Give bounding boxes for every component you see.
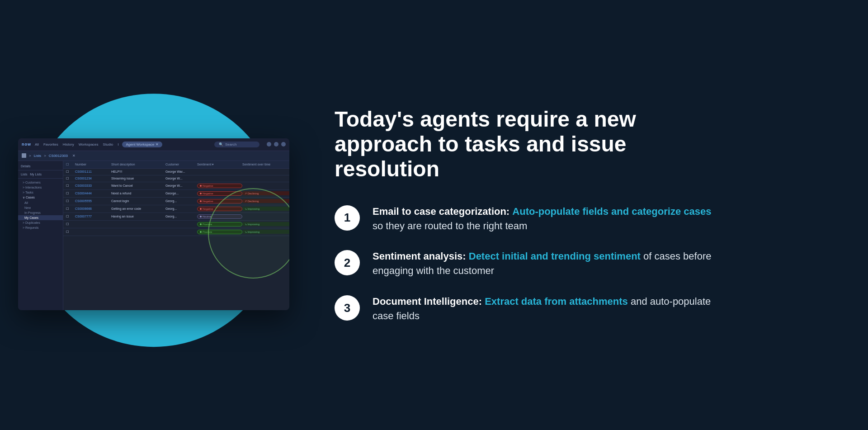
case-description: Cannot login <box>111 199 165 203</box>
case-customer: George W... <box>165 184 197 187</box>
feature-text-3: Document Intelligence: Extract data from… <box>373 294 716 323</box>
sidebar-divider <box>18 170 63 170</box>
case-number[interactable]: CS0004444 <box>75 192 111 195</box>
nav-item-history[interactable]: History <box>63 142 74 146</box>
left-panel: now All Favorites History Workspaces Stu… <box>0 0 307 430</box>
col-sentiment-time[interactable]: Sentiment over time <box>242 163 289 166</box>
case-number[interactable]: CS0003333 <box>75 184 111 187</box>
case-description: Want to Cancel <box>111 184 165 187</box>
sentiment-badge-negative: Negative <box>197 184 242 188</box>
table-row: ☐ CS0001234 Streaming issue George W... … <box>63 175 289 182</box>
table-area: ☐ Number Short description Customer Sent… <box>63 161 289 310</box>
sidebar-item-inprogress[interactable]: In Progress <box>18 210 63 215</box>
nav-item-workspaces[interactable]: Workspaces <box>79 142 99 146</box>
badge-dot <box>200 216 202 217</box>
row-checkbox[interactable]: ☐ <box>66 184 75 188</box>
case-number[interactable]: CS0005555 <box>75 199 111 203</box>
case-customer: George War... <box>165 170 197 173</box>
feature-prefix-3: Document Intelligence: <box>373 296 485 307</box>
badge-dot <box>200 231 202 233</box>
case-number[interactable]: CS0007777 <box>75 215 111 218</box>
sidebar-divider-2 <box>18 178 63 179</box>
feature-suffix-1: so they are routed to the right team <box>373 220 527 232</box>
badge-dot <box>200 223 202 225</box>
nav-item-studio[interactable]: Studio <box>103 142 113 146</box>
case-description: Having an issue <box>111 215 165 218</box>
badge-dot <box>200 185 202 187</box>
row-checkbox[interactable]: ☐ <box>66 207 75 211</box>
feature-prefix-2: Sentiment analysis: <box>373 250 469 262</box>
nav-search-bar[interactable]: 🔍 Search <box>214 142 259 147</box>
breadcrumb-bar: > Lists > CS0012303 ✕ <box>18 151 289 161</box>
case-customer: George W... <box>165 177 197 180</box>
nav-item-more[interactable]: I <box>118 142 118 146</box>
feature-highlight-3: Extract data from attachments <box>485 296 628 307</box>
col-number[interactable]: Number <box>75 163 111 166</box>
sidebar-item-all[interactable]: All <box>18 200 63 205</box>
nav-action-icons <box>267 142 286 146</box>
badge-dot <box>200 208 202 210</box>
case-customer: Georg... <box>165 207 197 210</box>
search-icon: 🔍 <box>219 142 223 146</box>
feature-text-1: Email to case categorization: Auto-popul… <box>373 204 716 233</box>
row-checkbox[interactable]: ☐ <box>66 192 75 195</box>
nav-bar: now All Favorites History Workspaces Stu… <box>18 138 289 151</box>
sidebar-item-duplicates[interactable]: > Duplicates <box>18 220 63 225</box>
row-checkbox[interactable]: ☐ <box>66 177 75 180</box>
case-customer: Georg... <box>165 215 197 218</box>
sidebar-item-interactions[interactable]: > Interactions <box>18 185 63 190</box>
case-number[interactable]: CS0001234 <box>75 177 111 180</box>
feature-number-2: 2 <box>335 250 360 275</box>
sidebar: Details Lists My Lists > Customers > Int… <box>18 161 63 310</box>
page-title: Today's agents require a new approach to… <box>335 107 678 182</box>
nav-agent-workspace-badge[interactable]: Agent Workspace ✕ <box>122 142 162 147</box>
sidebar-item-new[interactable]: New <box>18 205 63 210</box>
breadcrumb-close[interactable]: ✕ <box>72 154 75 158</box>
nav-item-favorites[interactable]: Favorites <box>43 142 58 146</box>
sidebar-tab-details[interactable]: Details <box>18 164 63 169</box>
case-number[interactable]: CS0006666 <box>75 207 111 210</box>
case-customer: Georg... <box>165 199 197 203</box>
nav-icon-1[interactable] <box>267 142 271 146</box>
row-checkbox[interactable]: ☐ <box>66 170 75 174</box>
feature-item-1: 1 Email to case categorization: Auto-pop… <box>335 204 832 233</box>
sidebar-item-requests[interactable]: > Requests <box>18 225 63 230</box>
nav-item-all[interactable]: All <box>35 142 39 146</box>
breadcrumb-lists[interactable]: Lists <box>34 154 41 158</box>
case-description: Need a refund <box>111 192 165 195</box>
row-checkbox[interactable]: ☐ <box>66 215 75 218</box>
sidebar-item-cases[interactable]: ∨ Cases <box>18 195 63 200</box>
nav-icon-2[interactable] <box>274 142 278 146</box>
breadcrumb-case[interactable]: CS0012303 <box>49 154 68 158</box>
table-row: ☐ CS0001111 HELP!!! George War... In Pro… <box>63 169 289 175</box>
col-customer[interactable]: Customer <box>165 163 197 166</box>
feature-text-2: Sentiment analysis: Detect initial and t… <box>373 249 716 278</box>
sidebar-item-mycases[interactable]: My Cases <box>18 215 63 220</box>
feature-highlight-1: Auto-populate fields and categorize case… <box>512 206 711 217</box>
sidebar-item-customers[interactable]: > Customers <box>18 180 63 185</box>
feature-highlight-2: Detect initial and trending sentiment <box>469 250 641 262</box>
feature-prefix-1: Email to case categorization: <box>373 206 512 217</box>
nav-logo: now <box>22 142 31 146</box>
sidebar-tab-lists[interactable]: Lists My Lists <box>18 172 63 177</box>
sidebar-item-tasks[interactable]: > Tasks <box>18 190 63 195</box>
nav-icon-3[interactable] <box>281 142 286 146</box>
case-number[interactable]: CS0001111 <box>75 170 111 173</box>
home-icon[interactable] <box>22 153 26 158</box>
breadcrumb-separator-2: > <box>44 154 46 158</box>
badge-dot <box>200 200 202 202</box>
case-description: Streaming issue <box>111 177 165 180</box>
feature-list: 1 Email to case categorization: Auto-pop… <box>335 204 832 323</box>
row-checkbox[interactable]: ☐ <box>66 230 75 234</box>
right-panel: Today's agents require a new approach to… <box>307 0 868 430</box>
col-desc[interactable]: Short description <box>111 163 165 166</box>
feature-number-3: 3 <box>335 295 360 321</box>
feature-number-1: 1 <box>335 205 360 231</box>
table-header: ☐ Number Short description Customer Sent… <box>63 161 289 169</box>
search-placeholder: Search <box>225 142 236 146</box>
col-sentiment[interactable]: Sentiment ▾ <box>197 163 242 166</box>
breadcrumb-separator: > <box>29 154 31 158</box>
feature-item-3: 3 Document Intelligence: Extract data fr… <box>335 294 832 323</box>
row-checkbox[interactable]: ☐ <box>66 199 75 203</box>
row-checkbox[interactable]: ☐ <box>66 222 75 226</box>
